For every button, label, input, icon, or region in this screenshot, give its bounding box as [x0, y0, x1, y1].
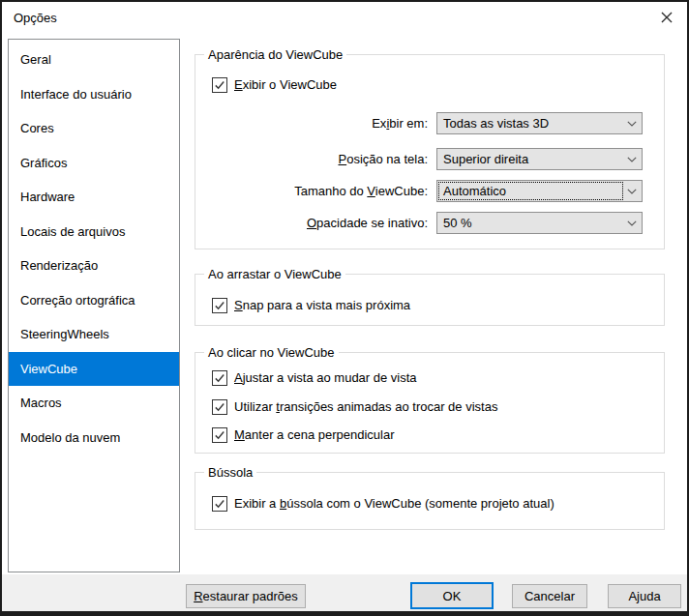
checkbox-box[interactable]	[212, 496, 227, 512]
sidebar-item-geral[interactable]: Geral	[9, 43, 179, 77]
sidebar-item-steeringwheels[interactable]: SteeringWheels	[9, 317, 179, 352]
sidebar-item-interface-do-usuario[interactable]: Interface do usuário	[9, 77, 179, 112]
sidebar-item-graficos[interactable]: Gráficos	[9, 146, 179, 181]
field-row-opacidade-se-inativo: Opacidade se inativo:50 %	[195, 212, 664, 234]
sidebar-item-macros[interactable]: Macros	[9, 386, 179, 421]
checkbox-exibir-a-bussola-com-o-viewcube-somente-projeto-atual[interactable]: Exibir a bússola com o ViewCube (somente…	[212, 495, 554, 512]
group-drag-title: Ao arrastar o ViewCube	[204, 267, 345, 281]
window-title: Opções	[14, 11, 57, 25]
group-compass-title: Bússola	[204, 465, 256, 480]
field-label: Exibir em:	[195, 112, 428, 134]
close-button[interactable]	[654, 6, 679, 29]
checkmark-icon	[214, 300, 225, 311]
chevron-down-icon	[627, 220, 637, 226]
close-icon	[661, 12, 673, 23]
group-appearance-title: Aparência do ViewCube	[204, 47, 346, 62]
checkbox-box[interactable]	[212, 399, 227, 415]
sidebar-item-cores[interactable]: Cores	[9, 111, 179, 146]
combo-opacidade-se-inativo[interactable]: 50 %	[436, 212, 643, 234]
field-row-exibir-em: Exibir em:Todas as vistas 3D	[195, 112, 664, 134]
sidebar-item-correcao-ortografica[interactable]: Correção ortográfica	[9, 283, 179, 318]
chevron-down-icon	[627, 121, 637, 127]
checkbox-label: Manter a cena perpendicular	[234, 427, 395, 442]
restore-defaults-button[interactable]: Restaurar padrões	[186, 584, 306, 608]
checkbox-box[interactable]	[212, 370, 227, 386]
sidebar-item-locais-de-arquivos[interactable]: Locais de arquivos	[9, 215, 179, 249]
checkmark-icon	[214, 79, 225, 91]
checkbox-box[interactable]	[212, 77, 227, 93]
checkbox-label: Ajustar a vista ao mudar de vista	[234, 370, 417, 385]
cancel-button[interactable]: Cancelar	[512, 584, 587, 608]
group-compass: Bússola Exibir a bússola com o ViewCube …	[195, 472, 665, 530]
checkbox-label: Exibir o ViewCube	[234, 77, 337, 92]
checkbox-box[interactable]	[212, 427, 227, 443]
group-drag: Ao arrastar o ViewCube Snap para a vista…	[195, 274, 665, 326]
field-label: Posição na tela:	[195, 148, 428, 170]
checkmark-icon	[214, 498, 225, 510]
chevron-down-icon	[627, 157, 637, 162]
checkbox-label: Utilizar transições animadas ao trocar d…	[234, 399, 497, 414]
combo-arrow	[622, 213, 642, 233]
options-dialog: Opções GeralInterface do usuárioCoresGrá…	[0, 0, 689, 616]
combo-arrow	[622, 181, 642, 201]
checkbox-exibir-o-viewcube[interactable]: Exibir o ViewCube	[212, 76, 337, 93]
checkbox-utilizar-transicoes-animadas-ao-trocar-de-vistas[interactable]: Utilizar transições animadas ao trocar d…	[212, 398, 497, 415]
checkbox-snap-para-a-vista-mais-proxima[interactable]: Snap para a vista mais próxima	[212, 297, 410, 313]
combo-value: 50 %	[443, 216, 472, 230]
checkbox-manter-a-cena-perpendicular[interactable]: Manter a cena perpendicular	[212, 426, 395, 443]
sidebar-item-renderizacao[interactable]: Renderização	[9, 249, 179, 283]
sidebar-item-hardware[interactable]: Hardware	[9, 180, 179, 215]
combo-arrow	[622, 113, 642, 133]
ok-button[interactable]: OK	[410, 582, 494, 609]
help-button[interactable]: Ajuda	[608, 584, 681, 608]
checkmark-icon	[214, 372, 225, 384]
combo-arrow	[622, 149, 642, 169]
group-click-title: Ao clicar no ViewCube	[204, 345, 339, 360]
field-label: Tamanho do ViewCube:	[195, 180, 428, 202]
combo-exibir-em[interactable]: Todas as vistas 3D	[436, 112, 643, 134]
combo-value: Automático	[443, 184, 506, 198]
checkbox-label: Snap para a vista mais próxima	[234, 298, 410, 312]
footer-bar: Restaurar padrões OK Cancelar Ajuda	[0, 574, 689, 611]
checkbox-label: Exibir a bússola com o ViewCube (somente…	[234, 496, 554, 511]
field-row-posicao-na-tela: Posição na tela:Superior direita	[195, 148, 664, 170]
titlebar[interactable]: Opções	[0, 0, 689, 39]
checkmark-icon	[214, 401, 225, 413]
checkbox-box[interactable]	[212, 298, 227, 313]
sidebar-item-viewcube[interactable]: ViewCube	[9, 352, 179, 387]
group-appearance: Aparência do ViewCube Exibir o ViewCubeE…	[195, 54, 665, 249]
chevron-down-icon	[627, 189, 637, 194]
category-list: GeralInterface do usuárioCoresGráficosHa…	[8, 39, 180, 572]
combo-posicao-na-tela[interactable]: Superior direita	[436, 148, 643, 170]
field-row-tamanho-do-viewcube: Tamanho do ViewCube:Automático	[195, 180, 664, 202]
combo-value: Superior direita	[443, 152, 528, 166]
sidebar-item-modelo-da-nuvem[interactable]: Modelo da nuvem	[9, 421, 179, 455]
combo-value: Todas as vistas 3D	[443, 116, 549, 131]
checkbox-ajustar-a-vista-ao-mudar-de-vista[interactable]: Ajustar a vista ao mudar de vista	[212, 369, 417, 386]
group-click: Ao clicar no ViewCube Ajustar a vista ao…	[195, 352, 665, 454]
combo-tamanho-do-viewcube[interactable]: Automático	[436, 180, 643, 202]
field-label: Opacidade se inativo:	[195, 212, 428, 234]
checkmark-icon	[214, 429, 225, 441]
